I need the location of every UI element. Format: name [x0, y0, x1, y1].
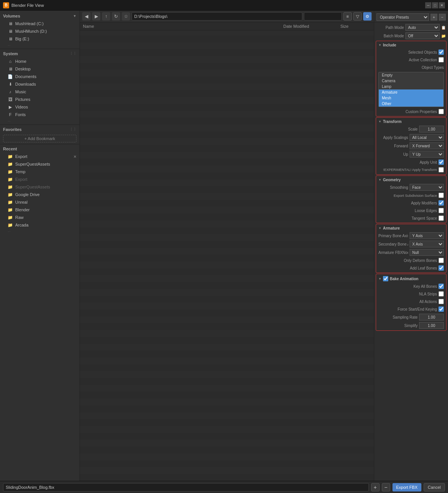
column-date[interactable]: Date Modified [283, 24, 340, 29]
apply-scalings-select[interactable]: All Local [410, 134, 444, 141]
obj-type-empty[interactable]: Empty [379, 72, 443, 78]
loose-edges-checkbox[interactable] [438, 208, 444, 213]
settings-button[interactable]: ⚙ [363, 12, 372, 21]
column-name[interactable]: Name [83, 24, 283, 29]
secondary-bone-select[interactable]: X Axis [410, 241, 444, 247]
selected-objects-checkbox[interactable] [438, 49, 444, 55]
object-types-list: Empty Camera Lamp Armature Mesh Other [378, 72, 444, 107]
cancel-button[interactable]: Cancel [424, 483, 445, 491]
export-subdiv-checkbox[interactable] [438, 193, 444, 198]
sidebar-item-fonts[interactable]: F Fonts [0, 111, 79, 118]
obj-type-lamp[interactable]: Lamp [379, 84, 443, 89]
selected-objects-label: Selected Objects [378, 50, 437, 54]
sidebar-item-raw[interactable]: 📁 Raw [0, 214, 79, 221]
sidebar-item-videos[interactable]: ▶ Videos [0, 103, 79, 111]
key-all-bones-checkbox[interactable] [438, 284, 444, 289]
window-controls[interactable]: ─ □ ✕ [425, 2, 445, 8]
refresh-button[interactable]: ↻ [112, 12, 120, 21]
volumes-section-header[interactable]: Volumes ▼ [0, 12, 79, 20]
all-actions-label: All Actions [378, 300, 437, 304]
sidebar-item-superquest[interactable]: 📁 SuperQuestAssets [0, 160, 79, 168]
custom-properties-checkbox[interactable] [438, 109, 444, 114]
apply-transform-checkbox[interactable] [438, 167, 444, 172]
export-fbx-button[interactable]: Export FBX [392, 483, 421, 491]
add-bookmark-button[interactable]: + Add Bookmark [3, 135, 76, 142]
geometry-section-title[interactable]: ▼ Geometry [376, 177, 446, 183]
add-leaf-checkbox[interactable] [438, 265, 444, 271]
sidebar-item-desktop[interactable]: 🖥 Desktop [0, 65, 79, 73]
sidebar-item-mushmunch[interactable]: 🖥 MusHMunch (D:) [0, 27, 79, 35]
sidebar-item-music[interactable]: ♪ Music [0, 88, 79, 96]
maximize-button[interactable]: □ [432, 2, 438, 8]
forward-select[interactable]: X Forward [410, 142, 444, 149]
obj-type-armature[interactable]: Armature [379, 89, 443, 95]
filter-button[interactable]: ▽ [353, 12, 362, 21]
apply-unit-checkbox[interactable] [438, 160, 444, 165]
sidebar-item-arcada[interactable]: 📁 Arcada [0, 221, 79, 229]
obj-type-camera[interactable]: Camera [379, 78, 443, 84]
batch-mode-select[interactable]: Off [405, 32, 440, 39]
sidebar-item-blender[interactable]: 📁 Blender [0, 206, 79, 214]
simplify-input[interactable] [419, 322, 444, 329]
tangent-space-checkbox[interactable] [438, 215, 444, 221]
sidebar-item-unreal[interactable]: 📁 Unreal [0, 198, 79, 206]
sidebar-item-googledrive[interactable]: 📁 Google Drive [0, 191, 79, 198]
obj-type-mesh[interactable]: Mesh [379, 95, 443, 101]
nla-strips-checkbox[interactable] [438, 291, 444, 297]
armature-section-title[interactable]: ▼ Armature [376, 225, 446, 231]
force-start-checkbox[interactable] [438, 306, 444, 312]
include-section-title[interactable]: ▼ Include [376, 42, 446, 48]
operator-presets-select[interactable]: Operator Presets [377, 13, 429, 21]
drive-icon: 🖥 [8, 36, 13, 41]
bake-anim-checkbox[interactable] [383, 276, 388, 281]
all-actions-checkbox[interactable] [438, 299, 444, 304]
bookmark-button[interactable]: ☆ [122, 12, 130, 21]
sidebar-item-temp[interactable]: 📁 Temp [0, 168, 79, 176]
up-select[interactable]: Y Up [410, 151, 444, 158]
forward-button[interactable]: ▶ [92, 12, 100, 21]
remove-recent-button[interactable]: ✕ [73, 155, 76, 159]
display-mode-button[interactable]: ≡ [343, 12, 352, 21]
sidebar-item-big[interactable]: 🖥 Big (E:) [0, 35, 79, 43]
back-button[interactable]: ◀ [82, 12, 91, 21]
apply-modifiers-checkbox[interactable] [438, 200, 444, 206]
filename-input[interactable] [3, 483, 369, 491]
search-input[interactable] [304, 12, 342, 21]
active-collection-checkbox[interactable] [438, 57, 444, 62]
sidebar-item-export[interactable]: 📁 Export ✕ [0, 153, 79, 160]
sampling-rate-input[interactable] [419, 314, 444, 321]
decrement-filename-button[interactable]: − [382, 483, 390, 491]
favorites-section-header[interactable]: Favorites ⋮⋮ [0, 126, 79, 133]
smoothing-select[interactable]: Face [410, 184, 444, 191]
sidebar-item-label: Downloads [15, 82, 36, 86]
primary-bone-select[interactable]: Y Axis [410, 232, 444, 239]
path-input[interactable] [132, 12, 302, 21]
recent-more: ··· [0, 229, 79, 234]
batch-mode-row: Batch Mode Off 📁 [374, 32, 448, 40]
add-preset-button[interactable]: + [431, 14, 437, 21]
sidebar-item-downloads[interactable]: ⬇ Downloads [0, 80, 79, 88]
close-button[interactable]: ✕ [439, 2, 445, 8]
scale-input[interactable] [419, 126, 444, 132]
downloads-icon: ⬇ [8, 81, 13, 87]
only-deform-checkbox[interactable] [438, 258, 444, 263]
sidebar-item-superquest-dimmed[interactable]: 📁 SuperQuestAssets [0, 183, 79, 191]
transform-section-title[interactable]: ▼ Transform [376, 118, 446, 125]
sidebar-item-documents[interactable]: 📄 Documents [0, 73, 79, 80]
armature-fbx-select[interactable]: Null [410, 249, 444, 256]
sidebar-item-home[interactable]: ⌂ Home [0, 57, 79, 65]
sidebar-item-export-dimmed[interactable]: 📁 Export [0, 176, 79, 183]
minimize-button[interactable]: ─ [425, 2, 431, 8]
path-mode-select[interactable]: Auto [405, 24, 440, 31]
bake-anim-section-title[interactable]: ▼ Bake Animation [376, 275, 446, 282]
increment-filename-button[interactable]: + [371, 483, 380, 491]
recent-section-header[interactable]: Recent [0, 145, 79, 153]
sidebar-item-mushhead[interactable]: 🖥 MushHead (C:) [0, 20, 79, 27]
obj-type-other[interactable]: Other [379, 101, 443, 107]
remove-preset-button[interactable]: − [439, 14, 446, 21]
add-leaf-label: Add Leaf Bones [378, 266, 437, 270]
sidebar-item-pictures[interactable]: 🖼 Pictures [0, 96, 79, 103]
up-button[interactable]: ↑ [102, 12, 110, 21]
system-section-header[interactable]: System ⋮⋮ [0, 50, 79, 57]
column-size[interactable]: Size [340, 24, 371, 29]
